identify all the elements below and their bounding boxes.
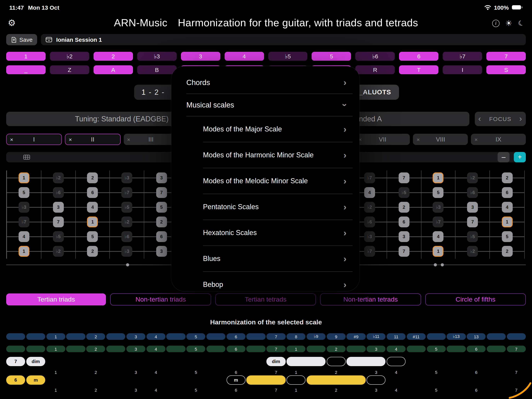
chord-segment[interactable] [286, 357, 326, 366]
note-bubble[interactable]: 6 [156, 231, 167, 242]
note-bubble[interactable]: ♭2 [122, 216, 133, 227]
position-tab[interactable]: ×VIII [413, 134, 468, 145]
close-icon[interactable]: × [69, 136, 72, 142]
note-bubble[interactable]: ♭2 [467, 246, 478, 257]
note-bubble[interactable]: 2 [399, 202, 409, 213]
chord-type-tab[interactable]: Tertian tetrads [215, 293, 316, 305]
note-bubble[interactable]: 7 [399, 172, 409, 183]
letter-key-pill[interactable]: Z [50, 65, 89, 74]
scale-category-item[interactable]: Modes of the Melodic Minor Scale› [171, 168, 360, 194]
note-bubble[interactable]: ♭3 [122, 172, 133, 183]
zoom-in-button[interactable]: + [514, 152, 526, 162]
chord-type-tab[interactable]: Circle of fifths [425, 293, 526, 305]
note-bubble[interactable]: 6 [399, 216, 409, 227]
note-bubble[interactable]: ♭7 [122, 187, 133, 198]
save-button[interactable]: Save [6, 34, 37, 45]
letter-key-pill[interactable]: B [137, 65, 177, 74]
note-bubble[interactable]: 3 [53, 202, 63, 213]
scale-category-item[interactable]: Pentatonic Scales› [171, 194, 360, 220]
chord-type-tab[interactable]: Tertian triads [6, 293, 106, 305]
note-bubble[interactable]: 5 [19, 187, 29, 198]
degree-pill[interactable]: 5 [312, 52, 351, 61]
close-icon[interactable]: × [475, 136, 478, 142]
letter-key-pill[interactable]: I [443, 65, 482, 74]
chord-segment[interactable]: m [226, 375, 246, 385]
menu-item[interactable]: Chords› [171, 71, 360, 94]
note-bubble[interactable]: 4 [502, 202, 513, 213]
chord-segment[interactable] [327, 357, 346, 366]
menu-item[interactable]: Musical scales› [171, 94, 360, 116]
chord-segment[interactable] [247, 375, 285, 385]
light-mode-icon[interactable]: ☀ [505, 19, 512, 27]
note-bubble[interactable]: 4 [87, 202, 98, 213]
chord-segment[interactable]: dim [266, 357, 285, 366]
note-bubble[interactable]: 3 [467, 202, 478, 213]
degree-pill[interactable]: ♭7 [443, 52, 482, 61]
letter-key-pill[interactable]: A [94, 65, 133, 74]
scale-category-item[interactable]: Modes of the Major Scale› [171, 116, 360, 142]
chord-segment[interactable] [307, 375, 366, 385]
letter-key-pill[interactable]: R [355, 65, 395, 74]
position-tab[interactable]: ×III [124, 134, 178, 145]
note-bubble[interactable]: ♭5 [467, 231, 478, 242]
note-bubble[interactable]: ♭6 [122, 231, 133, 242]
note-bubble[interactable]: 4 [433, 231, 444, 242]
note-bubble[interactable]: ♭5 [53, 231, 63, 242]
note-bubble[interactable]: 2 [156, 216, 167, 227]
degree-pill[interactable]: 6 [399, 52, 439, 61]
note-bubble[interactable]: ♭3 [122, 246, 133, 257]
chord-segment[interactable] [286, 375, 306, 385]
note-bubble[interactable]: ♭3 [19, 202, 29, 213]
note-bubble[interactable]: ♭6 [364, 216, 375, 227]
note-bubble[interactable]: ♭2 [467, 172, 478, 183]
letter-key-pill[interactable]: _ [6, 65, 46, 74]
fretboard-diagram-icon[interactable] [23, 155, 30, 160]
close-icon[interactable]: × [10, 136, 13, 142]
note-bubble[interactable]: 5 [502, 231, 513, 242]
note-bubble[interactable]: ♭3 [433, 202, 444, 213]
note-bubble[interactable]: ♭7 [364, 172, 375, 183]
note-bubble[interactable]: 1 [433, 172, 444, 183]
note-bubble[interactable]: ♭6 [53, 187, 63, 198]
letter-key-pill[interactable]: T [399, 65, 439, 74]
note-bubble[interactable]: ♭3 [364, 231, 375, 242]
note-bubble[interactable]: 1 [433, 246, 444, 257]
note-bubble[interactable]: 1 [19, 172, 29, 183]
position-tab[interactable]: ×VII [355, 134, 410, 145]
note-bubble[interactable]: ♭6 [467, 187, 478, 198]
scale-category-item[interactable]: Hexatonic Scales› [171, 220, 360, 246]
note-bubble[interactable]: 3 [156, 246, 167, 257]
degree-pill[interactable]: 3 [181, 52, 220, 61]
note-bubble[interactable]: ♭7 [19, 216, 29, 227]
degree-pill[interactable]: 4 [224, 52, 264, 61]
scale-category-item[interactable]: Blues› [171, 246, 360, 272]
note-bubble[interactable]: ♭2 [53, 246, 63, 257]
note-bubble[interactable]: 5 [433, 187, 444, 198]
note-bubble[interactable]: 5 [87, 231, 98, 242]
position-tab[interactable]: ×I [6, 134, 62, 145]
note-bubble[interactable]: ♭2 [53, 172, 63, 183]
chord-segment[interactable]: m [26, 375, 45, 385]
chord-segment[interactable] [347, 357, 386, 366]
position-tab[interactable]: ×IX [471, 134, 526, 145]
note-bubble[interactable]: 1 [19, 246, 29, 257]
note-bubble[interactable]: 7 [53, 216, 63, 227]
degree-pill[interactable]: ♭3 [137, 52, 177, 61]
note-bubble[interactable]: 1 [502, 216, 513, 227]
note-bubble[interactable]: 2 [87, 172, 98, 183]
note-bubble[interactable]: 7 [467, 216, 478, 227]
note-bubble[interactable]: 2 [502, 172, 513, 183]
note-bubble[interactable]: ♭5 [399, 187, 409, 198]
position-tab[interactable]: ×II [65, 134, 121, 145]
chord-segment[interactable]: 6 [6, 375, 25, 385]
close-icon[interactable]: × [417, 136, 420, 142]
chord-type-tab[interactable]: Non-tertian tetrads [320, 293, 421, 305]
note-bubble[interactable]: 4 [19, 231, 29, 242]
note-bubble[interactable]: ♭7 [433, 216, 444, 227]
note-bubble[interactable]: 6 [87, 187, 98, 198]
note-bubble[interactable]: 7 [156, 187, 167, 198]
note-bubble[interactable]: 5 [156, 202, 167, 213]
note-bubble[interactable]: 4 [364, 187, 375, 198]
focus-button[interactable]: ‹ FOCUS › [475, 112, 526, 126]
note-bubble[interactable]: ♭7 [364, 246, 375, 257]
